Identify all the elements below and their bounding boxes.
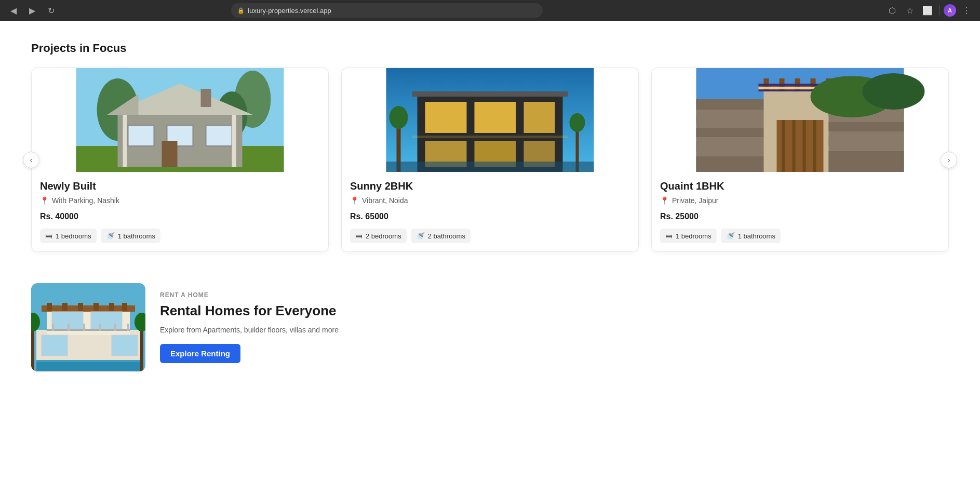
svg-rect-17	[425, 102, 467, 133]
bathrooms-tag-1: 🚿 1 bathrooms	[101, 229, 160, 243]
bathrooms-tag-2: 🚿 2 bathrooms	[411, 229, 471, 243]
svg-rect-49	[793, 120, 796, 172]
svg-rect-63	[42, 305, 135, 312]
bathrooms-tag-3: 🚿 1 bathrooms	[721, 229, 781, 243]
svg-rect-83	[83, 324, 85, 331]
svg-rect-51	[813, 120, 816, 172]
cta-image	[31, 283, 145, 371]
explore-renting-button[interactable]: Explore Renting	[160, 344, 240, 363]
reload-button[interactable]: ↻	[44, 3, 58, 18]
location-text-3: Private, Jaipur	[672, 196, 718, 205]
location-text-1: With Parking, Nashik	[52, 196, 119, 205]
divider	[939, 5, 939, 16]
svg-rect-9	[128, 125, 154, 146]
carousel-left-button[interactable]: ‹	[23, 152, 39, 168]
cta-content: RENT A HOME Rental Homes for Everyone Ex…	[160, 291, 395, 363]
section-title: Projects in Focus	[31, 42, 949, 55]
cta-description: Explore from Apartments, builder floors,…	[160, 325, 395, 336]
properties-grid: Newly Built 📍 With Parking, Nashik Rs. 4…	[31, 68, 949, 252]
svg-rect-57	[829, 151, 904, 172]
svg-rect-86	[127, 324, 129, 331]
svg-rect-84	[99, 324, 101, 331]
property-price-2: Rs. 65000	[350, 212, 630, 221]
svg-rect-73	[112, 335, 138, 356]
property-info-3: Quaint 1BHK 📍 Private, Jaipur Rs. 25000 …	[652, 172, 948, 251]
bookmark-icon[interactable]: ☆	[903, 3, 917, 18]
svg-rect-76	[31, 325, 34, 371]
bathrooms-label-3: 1 bathrooms	[738, 232, 775, 240]
property-card-sunny-2bhk[interactable]: Sunny 2BHK 📍 Vibrant, Noida Rs. 65000 🛏 …	[341, 68, 639, 252]
svg-rect-72	[42, 335, 68, 356]
back-button[interactable]: ◀	[6, 3, 21, 18]
avatar[interactable]: A	[944, 4, 956, 17]
location-icon-3: 📍	[660, 196, 669, 205]
svg-rect-11	[206, 125, 232, 146]
svg-rect-85	[114, 324, 116, 331]
bathrooms-label-2: 2 bathrooms	[428, 232, 465, 240]
browser-actions: ⬡ ☆ ⬜ A ⋮	[885, 3, 974, 18]
bedrooms-tag-1: 🛏 1 bedrooms	[40, 229, 97, 243]
property-price-1: Rs. 40000	[40, 212, 320, 221]
url-text: luxury-properties.vercel.app	[248, 7, 331, 15]
property-image-1	[32, 68, 328, 172]
property-name-3: Quaint 1BHK	[660, 180, 940, 192]
bath-icon-1: 🚿	[106, 232, 115, 240]
forward-button[interactable]: ▶	[25, 3, 39, 18]
svg-rect-71	[91, 312, 122, 330]
svg-rect-48	[782, 120, 785, 172]
svg-rect-14	[232, 115, 236, 167]
carousel-right-button[interactable]: ›	[941, 152, 957, 168]
carousel-wrapper: ‹	[31, 68, 949, 252]
property-tags-3: 🛏 1 bedrooms 🚿 1 bathrooms	[660, 229, 940, 243]
property-card-newly-built[interactable]: Newly Built 📍 With Parking, Nashik Rs. 4…	[31, 68, 329, 252]
bedrooms-tag-2: 🛏 2 bedrooms	[350, 229, 407, 243]
property-card-quaint-1bhk[interactable]: Quaint 1BHK 📍 Private, Jaipur Rs. 25000 …	[651, 68, 949, 252]
bed-icon-2: 🛏	[355, 232, 363, 240]
property-image-2	[342, 68, 638, 172]
property-location-2: 📍 Vibrant, Noida	[350, 196, 630, 205]
svg-rect-78	[140, 325, 143, 371]
svg-rect-18	[475, 102, 516, 133]
cta-title: Rental Homes for Everyone	[160, 303, 395, 319]
bathrooms-label-1: 1 bathrooms	[118, 232, 155, 240]
address-bar[interactable]: 🔒 luxury-properties.vercel.app	[231, 3, 543, 18]
svg-rect-67	[93, 303, 99, 311]
bath-icon-2: 🚿	[416, 232, 425, 240]
svg-rect-66	[78, 303, 83, 311]
bath-icon-3: 🚿	[726, 232, 735, 240]
lock-icon: 🔒	[237, 7, 245, 14]
svg-rect-29	[412, 136, 568, 138]
svg-rect-28	[386, 162, 594, 172]
svg-rect-50	[803, 120, 806, 172]
svg-rect-12	[162, 141, 178, 167]
property-location-3: 📍 Private, Jaipur	[660, 196, 940, 205]
menu-icon[interactable]: ⋮	[959, 3, 974, 18]
location-text-2: Vibrant, Noida	[362, 196, 408, 205]
bedrooms-label-2: 2 bedrooms	[366, 232, 401, 240]
property-price-3: Rs. 25000	[660, 212, 940, 221]
bed-icon-1: 🛏	[45, 232, 52, 240]
location-icon-2: 📍	[350, 196, 359, 205]
property-info-1: Newly Built 📍 With Parking, Nashik Rs. 4…	[32, 172, 328, 251]
location-icon-1: 📍	[40, 196, 49, 205]
svg-point-27	[570, 113, 585, 132]
svg-point-25	[390, 106, 408, 129]
svg-rect-56	[829, 137, 904, 146]
property-info-2: Sunny 2BHK 📍 Vibrant, Noida Rs. 65000 🛏 …	[342, 172, 638, 251]
screenshot-icon[interactable]: ⬡	[885, 3, 900, 18]
svg-rect-82	[68, 324, 70, 331]
bed-icon-3: 🛏	[665, 232, 673, 240]
cta-banner: RENT A HOME Rental Homes for Everyone Ex…	[31, 283, 395, 371]
property-tags-2: 🛏 2 bedrooms 🚿 2 bathrooms	[350, 229, 630, 243]
svg-rect-64	[47, 303, 52, 311]
bedrooms-label-1: 1 bedrooms	[56, 232, 91, 240]
bedrooms-tag-3: 🛏 1 bedrooms	[660, 229, 717, 243]
svg-rect-75	[36, 360, 140, 362]
property-name-2: Sunny 2BHK	[350, 180, 630, 192]
page-content: Projects in Focus ‹	[0, 21, 980, 494]
bedrooms-label-3: 1 bedrooms	[676, 232, 711, 240]
svg-rect-13	[123, 115, 127, 167]
extensions-icon[interactable]: ⬜	[920, 3, 935, 18]
svg-rect-19	[524, 102, 555, 133]
property-tags-1: 🛏 1 bedrooms 🚿 1 bathrooms	[40, 229, 320, 243]
